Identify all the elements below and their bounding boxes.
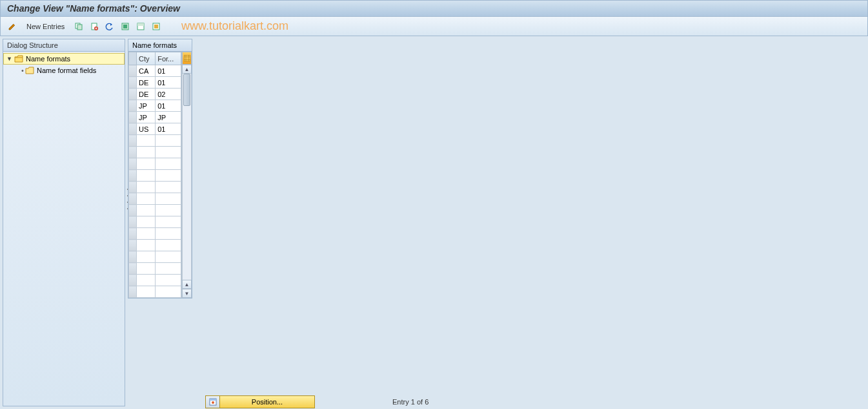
cell-format[interactable]: 01 — [156, 65, 181, 77]
cell-format[interactable] — [156, 147, 181, 158]
cell-format[interactable] — [156, 135, 181, 147]
table-row-empty[interactable] — [129, 275, 181, 286]
table-row-empty[interactable] — [129, 170, 181, 182]
cell-cty[interactable] — [137, 147, 156, 158]
cell-cty[interactable] — [137, 263, 156, 275]
cell-cty[interactable] — [137, 275, 156, 286]
cell-cty[interactable]: DE — [137, 77, 156, 89]
cell-format[interactable]: 01 — [156, 77, 181, 89]
row-selector-cell[interactable] — [129, 251, 137, 263]
cell-cty[interactable] — [137, 135, 156, 147]
table-row-empty[interactable] — [129, 158, 181, 170]
cell-format[interactable] — [156, 263, 181, 275]
tree-node-name-format-fields[interactable]: • Name format fields — [3, 65, 125, 76]
row-selector-cell[interactable] — [129, 228, 137, 240]
table-row-empty[interactable] — [129, 263, 181, 275]
table-row[interactable]: DE01 — [129, 77, 181, 89]
row-selector-cell[interactable] — [129, 65, 137, 77]
scroll-up-icon[interactable]: ▲ — [182, 65, 192, 74]
cell-cty[interactable]: US — [137, 123, 156, 135]
cell-cty[interactable] — [137, 182, 156, 193]
cell-format[interactable] — [156, 240, 181, 251]
cell-cty[interactable]: JP — [137, 112, 156, 123]
cell-format[interactable] — [156, 228, 181, 240]
scroll-down-icon[interactable]: ▼ — [182, 289, 192, 298]
row-selector-cell[interactable] — [129, 263, 137, 275]
row-selector-cell[interactable] — [129, 112, 137, 123]
scrollbar-track[interactable] — [182, 74, 192, 280]
copy-as-icon[interactable] — [72, 20, 85, 33]
cell-format[interactable] — [156, 286, 181, 298]
undo-change-icon[interactable] — [103, 20, 116, 33]
cell-cty[interactable] — [137, 158, 156, 170]
position-button[interactable]: Position... — [205, 395, 315, 408]
cell-cty[interactable] — [137, 205, 156, 216]
row-selector-cell[interactable] — [129, 89, 137, 100]
row-selector-cell[interactable] — [129, 182, 137, 193]
table-row-empty[interactable] — [129, 251, 181, 263]
table-settings-icon[interactable] — [182, 52, 192, 65]
select-block-icon[interactable] — [134, 20, 147, 33]
row-selector-cell[interactable] — [129, 158, 137, 170]
table-row-empty[interactable] — [129, 135, 181, 147]
row-selector-cell[interactable] — [129, 205, 137, 216]
cell-cty[interactable]: JP — [137, 100, 156, 112]
delete-icon[interactable] — [88, 20, 101, 33]
row-selector-cell[interactable] — [129, 135, 137, 147]
cell-cty[interactable] — [137, 251, 156, 263]
row-selector-cell[interactable] — [129, 286, 137, 298]
table-row[interactable]: JPJP — [129, 112, 181, 123]
cell-format[interactable] — [156, 251, 181, 263]
scrollbar-thumb[interactable] — [183, 74, 190, 106]
select-all-icon[interactable] — [119, 20, 132, 33]
table-row-empty[interactable] — [129, 216, 181, 228]
cell-format[interactable] — [156, 275, 181, 286]
cell-cty[interactable]: DE — [137, 89, 156, 100]
cell-cty[interactable] — [137, 193, 156, 205]
table-row[interactable]: CA01 — [129, 65, 181, 77]
table-row[interactable]: US01 — [129, 123, 181, 135]
row-selector-cell[interactable] — [129, 147, 137, 158]
table-row[interactable]: JP01 — [129, 100, 181, 112]
row-selector-cell[interactable] — [129, 77, 137, 89]
table-row-empty[interactable] — [129, 147, 181, 158]
cell-format[interactable] — [156, 216, 181, 228]
cell-cty[interactable] — [137, 286, 156, 298]
row-selector-cell[interactable] — [129, 170, 137, 182]
column-header-cty[interactable]: Cty — [137, 52, 156, 65]
row-selector-cell[interactable] — [129, 100, 137, 112]
table-row[interactable]: DE02 — [129, 89, 181, 100]
tree-node-name-formats[interactable]: ▼ Name formats — [3, 53, 125, 65]
cell-cty[interactable] — [137, 228, 156, 240]
new-entries-button[interactable]: New Entries — [21, 21, 70, 32]
toggle-display-change-icon[interactable] — [6, 20, 19, 33]
cell-format[interactable] — [156, 170, 181, 182]
column-header-format[interactable]: For... — [156, 52, 181, 65]
row-selector-cell[interactable] — [129, 275, 137, 286]
table-row-empty[interactable] — [129, 205, 181, 216]
table-row-empty[interactable] — [129, 240, 181, 251]
cell-cty[interactable]: CA — [137, 65, 156, 77]
cell-format[interactable]: 02 — [156, 89, 181, 100]
table-row-empty[interactable] — [129, 182, 181, 193]
row-selector-cell[interactable] — [129, 193, 137, 205]
cell-cty[interactable] — [137, 216, 156, 228]
row-selector-cell[interactable] — [129, 123, 137, 135]
row-selector-header[interactable] — [129, 52, 137, 65]
cell-format[interactable]: JP — [156, 112, 181, 123]
cell-format[interactable] — [156, 182, 181, 193]
scroll-page-up-icon[interactable]: ▲ — [182, 280, 192, 289]
cell-format[interactable] — [156, 205, 181, 216]
table-row-empty[interactable] — [129, 193, 181, 205]
cell-format[interactable] — [156, 158, 181, 170]
cell-format[interactable]: 01 — [156, 123, 181, 135]
row-selector-cell[interactable] — [129, 240, 137, 251]
deselect-all-icon[interactable] — [150, 20, 163, 33]
cell-format[interactable]: 01 — [156, 100, 181, 112]
cell-cty[interactable] — [137, 240, 156, 251]
cell-cty[interactable] — [137, 170, 156, 182]
table-row-empty[interactable] — [129, 228, 181, 240]
expand-toggle-icon[interactable]: ▼ — [6, 56, 14, 62]
row-selector-cell[interactable] — [129, 216, 137, 228]
cell-format[interactable] — [156, 193, 181, 205]
